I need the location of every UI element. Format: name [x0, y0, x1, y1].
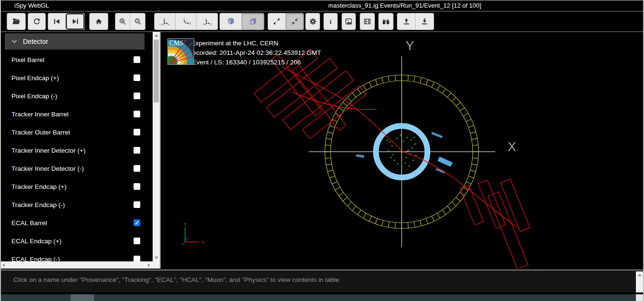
open-file-button[interactable]: [7, 13, 26, 30]
info-icon: i: [327, 18, 334, 25]
info-button[interactable]: i: [323, 13, 338, 30]
gizmo-y-label: Y: [184, 222, 187, 227]
zoom-in-icon: [119, 18, 126, 25]
sidebar-item-ecal-endcap-(+)[interactable]: ECAL Endcap (+): [0, 232, 153, 250]
checkbox-unchecked[interactable]: [134, 93, 140, 99]
sidebar-item-label: Pixel Endcap (+): [11, 74, 59, 82]
scroll-down-arrow-icon[interactable]: [155, 257, 158, 259]
vertex-marker: [407, 151, 408, 152]
vertex-marker: [401, 151, 403, 153]
sidebar-item-label: ECAL Endcap (-): [11, 256, 60, 262]
sidebar-item-label: Tracker Endcap (-): [11, 201, 65, 208]
projection-group: [219, 13, 264, 30]
page-horizontal-scrollbar[interactable]: [0, 294, 644, 301]
svg-text:x: x: [186, 18, 187, 21]
event-display-svg[interactable]: XYYXZ: [161, 32, 643, 269]
event-info-line-3: Run / Event / LS: 163340 / 103925215 / 2…: [175, 58, 321, 67]
perspective-view-button[interactable]: [220, 13, 242, 30]
checkbox-unchecked[interactable]: [134, 111, 140, 117]
cms-logo: CMS: [167, 38, 194, 65]
zoom-out-icon: [134, 18, 142, 25]
home-view-button[interactable]: [89, 13, 108, 30]
orthographic-cube-icon: [249, 17, 257, 26]
download-button[interactable]: [415, 13, 434, 30]
event-display[interactable]: XYYXZ CMS CMS Experiment at the: [160, 32, 643, 269]
sidebar-item-label: Tracker Outer Barrel: [11, 129, 70, 136]
sidebar-item-pixel-endcap-(-)[interactable]: Pixel Endcap (-): [0, 87, 153, 105]
event-nav-group: [48, 13, 85, 30]
checkbox-checked[interactable]: ✓: [134, 219, 140, 226]
view-zx-button[interactable]: Y x Z: [176, 13, 197, 30]
enlarge-view-button[interactable]: [268, 13, 286, 30]
zoom-out-button[interactable]: [130, 13, 145, 30]
folder-open-icon: [12, 18, 21, 25]
toolbar: Y z x Y x Z: [0, 11, 644, 32]
checkbox-unchecked[interactable]: [134, 183, 140, 190]
tracker-hit: [387, 150, 389, 151]
checkbox-unchecked[interactable]: [134, 165, 140, 172]
upload-button[interactable]: [397, 13, 415, 30]
status-vertical-scrollbar[interactable]: [636, 271, 643, 292]
scroll-left-arrow-icon[interactable]: [2, 263, 5, 267]
sidebar-group-detector[interactable]: Detector: [5, 33, 145, 50]
reload-button[interactable]: [28, 13, 46, 30]
tracker-hit: [410, 139, 412, 140]
checkbox-unchecked[interactable]: [134, 147, 140, 154]
checkbox-unchecked[interactable]: [134, 201, 140, 208]
shrink-view-button[interactable]: [286, 13, 303, 30]
export-image-button[interactable]: [342, 13, 356, 30]
image-icon: [345, 18, 353, 25]
view-yx-button[interactable]: Y z x: [155, 13, 176, 30]
tracker-hit: [391, 145, 393, 146]
svg-text:z: z: [161, 23, 162, 25]
window-border-left: [0, 0, 1, 301]
sidebar-item-tracker-outer-barrel[interactable]: Tracker Outer Barrel: [0, 123, 153, 141]
scrollbar-thumb[interactable]: [154, 40, 159, 103]
sidebar-item-pixel-endcap-(+)[interactable]: Pixel Endcap (+): [0, 69, 153, 87]
tracker-hit: [390, 156, 392, 158]
sidebar-vertical-scrollbar[interactable]: [153, 32, 160, 261]
gizmo-x-label: X: [202, 240, 205, 245]
ispy-webgl-window: iSpy WebGL masterclass_91.ig:Events/Run_…: [0, 0, 644, 301]
checkbox-unchecked[interactable]: [134, 56, 140, 63]
tracker-hit: [389, 141, 390, 143]
previous-event-button[interactable]: [48, 13, 66, 30]
event-info: CMS CMS Experiment at the LHC, CERN Data…: [167, 38, 321, 67]
checkbox-unchecked[interactable]: [134, 129, 140, 135]
sidebar-item-tracker-inner-detector-(-)[interactable]: Tracker Inner Detector (-): [0, 159, 153, 177]
orthographic-view-button[interactable]: [242, 13, 264, 30]
checkbox-unchecked[interactable]: [134, 74, 140, 81]
previous-icon: [53, 18, 61, 25]
sidebar-item-tracker-endcap-(-)[interactable]: Tracker Endcap (-): [0, 196, 153, 214]
checkbox-unchecked[interactable]: [134, 256, 140, 261]
event-info-line-1: CMS Experiment at the LHC, CERN: [175, 39, 321, 48]
search-button[interactable]: [378, 13, 394, 30]
checkbox-unchecked[interactable]: [134, 238, 140, 244]
sidebar-item-ecal-endcap-(-)[interactable]: ECAL Endcap (-): [0, 250, 153, 261]
detector-sidebar: Detector Pixel BarrelPixel Endcap (+)Pix…: [0, 32, 160, 269]
y-axis-label: Y: [405, 39, 414, 53]
title-bar: iSpy WebGL masterclass_91.ig:Events/Run_…: [0, 0, 644, 11]
import-export-group: [397, 13, 434, 30]
scroll-up-arrow-icon[interactable]: [155, 34, 158, 37]
sidebar-item-tracker-inner-barrel[interactable]: Tracker Inner Barrel: [0, 105, 153, 123]
sidebar-item-pixel-barrel[interactable]: Pixel Barrel: [0, 51, 153, 69]
sidebar-item-tracker-inner-detector-(+)[interactable]: Tracker Inner Detector (+): [0, 141, 153, 159]
next-icon: [72, 18, 79, 25]
scrollbar-corner: [636, 294, 643, 301]
tracker-hit: [414, 143, 415, 145]
sidebar-item-ecal-barrel[interactable]: ECAL Barrel✓: [0, 214, 153, 232]
svg-text:Z: Z: [189, 22, 191, 25]
scroll-right-arrow-icon[interactable]: [148, 263, 150, 267]
sidebar-item-tracker-endcap-(+)[interactable]: Tracker Endcap (+): [0, 177, 153, 196]
sidebar-horizontal-scrollbar[interactable]: [0, 261, 153, 269]
scrollbar-thumb[interactable]: [71, 294, 94, 301]
sidebar-list: Detector Pixel BarrelPixel Endcap (+)Pix…: [0, 32, 153, 261]
next-event-button[interactable]: [66, 13, 84, 30]
zoom-in-button[interactable]: [115, 13, 130, 30]
settings-button[interactable]: [305, 13, 320, 30]
svg-text:i: i: [330, 18, 332, 25]
view-zy-button[interactable]: x Y Z: [197, 13, 218, 30]
scroll-up-arrow-icon[interactable]: [638, 274, 642, 276]
film-table-button[interactable]: [360, 13, 375, 30]
